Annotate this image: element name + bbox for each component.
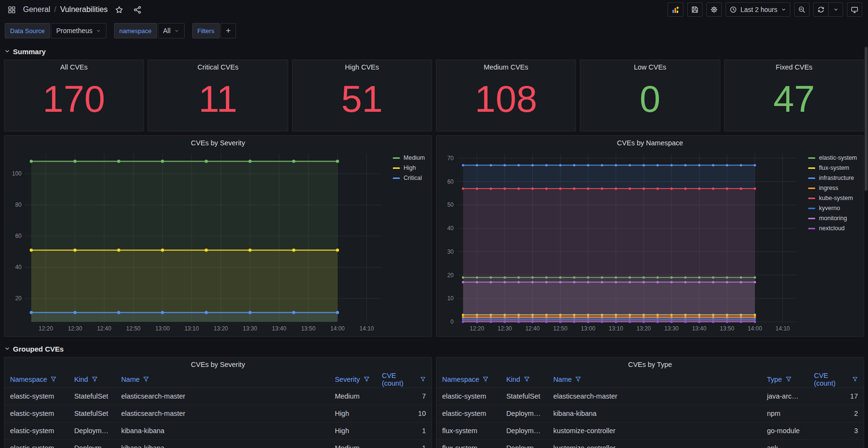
timeseries-plot[interactable]: 12:2012:3012:4012:5013:0013:1013:2013:30… (439, 147, 801, 334)
namespace-label: namespace (114, 23, 157, 38)
column-header-name[interactable]: Name (116, 371, 329, 388)
table-row: flux-systemDeploymentkustomize-controlle… (436, 422, 864, 439)
filter-funnel-icon[interactable] (575, 376, 581, 382)
column-header-namespace[interactable]: Namespace (436, 371, 501, 388)
filters-button[interactable]: Filters (192, 23, 220, 38)
add-panel-button[interactable] (668, 2, 683, 17)
filter-funnel-icon[interactable] (92, 376, 98, 382)
star-icon[interactable] (112, 3, 126, 16)
table-cell: java-archive (761, 388, 808, 405)
share-icon[interactable] (130, 3, 144, 16)
legend-item-critical[interactable]: Critical (393, 175, 425, 181)
filter-funnel-icon[interactable] (482, 376, 489, 382)
timeseries-plot[interactable]: 12:2012:3012:4012:5013:0013:1013:2013:30… (7, 147, 386, 334)
column-header-label: Type (767, 376, 782, 383)
svg-text:12:30: 12:30 (68, 325, 82, 332)
stat-value: 170 (4, 71, 143, 131)
legend-swatch (393, 177, 400, 179)
add-filter-button[interactable]: + (221, 23, 236, 38)
column-header-name[interactable]: Name (548, 371, 762, 388)
legend-item-monitoring[interactable]: monitoring (808, 215, 857, 222)
breadcrumb-page[interactable]: Vulnerabilities (60, 5, 107, 14)
svg-text:14:00: 14:00 (330, 325, 345, 332)
filter-funnel-icon[interactable] (364, 376, 370, 382)
column-header-cve-count[interactable]: CVE (count) (376, 371, 432, 388)
namespace-select[interactable]: All (158, 23, 185, 38)
legend-swatch (393, 157, 400, 159)
legend-item-flux-system[interactable]: flux-system (808, 165, 857, 171)
refresh-interval-dropdown[interactable] (829, 2, 843, 17)
table-cell: High (329, 422, 376, 439)
stat-value: 47 (725, 71, 864, 131)
datasource-select[interactable]: Prometheus (51, 23, 106, 38)
refresh-button[interactable] (813, 2, 829, 17)
chevron-down-icon (174, 28, 179, 34)
column-header-label: Name (553, 376, 572, 383)
filter-funnel-icon[interactable] (143, 376, 149, 382)
svg-text:20: 20 (15, 295, 22, 302)
kiosk-mode-button[interactable] (847, 2, 862, 17)
monitor-icon (851, 6, 858, 13)
filter-funnel-icon[interactable] (852, 376, 858, 382)
legend-item-high[interactable]: High (393, 165, 425, 171)
legend-swatch (808, 208, 815, 209)
table-cell: kustomize-controller (548, 422, 762, 439)
scrollbar-thumb[interactable] (865, 47, 868, 191)
table-cell: Deployment (69, 422, 116, 439)
section-grouped-cves[interactable]: Grouped CVEs (4, 341, 864, 357)
apps-grid-icon[interactable] (5, 3, 18, 16)
legend-item-nextcloud[interactable]: nextcloud (808, 225, 857, 232)
filter-funnel-icon[interactable] (50, 376, 57, 382)
chart-title: CVEs by Severity (4, 136, 432, 147)
save-dashboard-button[interactable] (687, 2, 703, 17)
filter-funnel-icon[interactable] (524, 376, 530, 382)
table-cell: elasticsearch-master (116, 388, 329, 405)
legend-label: High (404, 165, 416, 171)
breadcrumb-folder[interactable]: General (23, 5, 50, 14)
charts-row: CVEs by Severity 12:2012:3012:4012:5013:… (4, 135, 864, 337)
filter-funnel-icon[interactable] (420, 376, 426, 382)
stat-value: 108 (436, 71, 575, 131)
stat-title: High CVEs (293, 60, 432, 71)
svg-text:12:50: 12:50 (553, 325, 567, 332)
table-row: elastic-systemDeploymentkibana-kibananpm… (436, 405, 864, 422)
legend-item-kyverno[interactable]: kyverno (808, 205, 857, 212)
stat-title: Low CVEs (580, 60, 719, 71)
column-header-kind[interactable]: Kind (501, 371, 548, 388)
table-cell: kibana-kibana (116, 422, 329, 439)
clock-icon (729, 6, 737, 13)
stat-title: Fixed CVEs (725, 60, 864, 71)
stat-value: 51 (293, 71, 432, 131)
legend-item-ingress[interactable]: ingress (808, 185, 857, 191)
summary-stats-row: All CVEs170Critical CVEs11High CVEs51Med… (4, 59, 864, 131)
column-header-kind[interactable]: Kind (69, 371, 116, 388)
column-header-cve-count[interactable]: CVE (count) (808, 371, 864, 388)
table-cell: 1 (376, 422, 432, 439)
column-header-type[interactable]: Type (761, 371, 808, 388)
legend-label: Medium (404, 154, 425, 161)
breadcrumb-separator: / (54, 5, 56, 14)
column-header-label: Kind (506, 376, 520, 383)
scrollbar-track[interactable] (864, 19, 868, 448)
legend-item-elastic-system[interactable]: elastic-system (808, 154, 857, 161)
legend-item-medium[interactable]: Medium (393, 154, 425, 161)
svg-text:0: 0 (450, 318, 454, 325)
legend-label: ingress (819, 185, 838, 191)
dashboard-settings-button[interactable] (706, 2, 722, 17)
legend-item-kube-system[interactable]: kube-system (808, 195, 857, 201)
table-cell: elastic-system (4, 388, 69, 405)
time-range-picker[interactable]: Last 2 hours (726, 2, 790, 17)
table-cell: Deployment (501, 422, 548, 439)
column-header-severity[interactable]: Severity (329, 371, 376, 388)
column-header-namespace[interactable]: Namespace (4, 371, 69, 388)
section-summary[interactable]: Summary (4, 43, 864, 59)
legend-swatch (808, 198, 815, 199)
legend-item-infrastructure[interactable]: infrastructure (808, 175, 857, 181)
zoom-out-button[interactable] (794, 2, 809, 17)
filter-funnel-icon[interactable] (786, 376, 792, 382)
svg-text:12:20: 12:20 (470, 325, 484, 332)
chevron-down-icon (4, 345, 11, 352)
namespace-variable: namespace All (114, 23, 185, 38)
legend-label: kube-system (819, 195, 853, 201)
legend-swatch (808, 218, 815, 219)
